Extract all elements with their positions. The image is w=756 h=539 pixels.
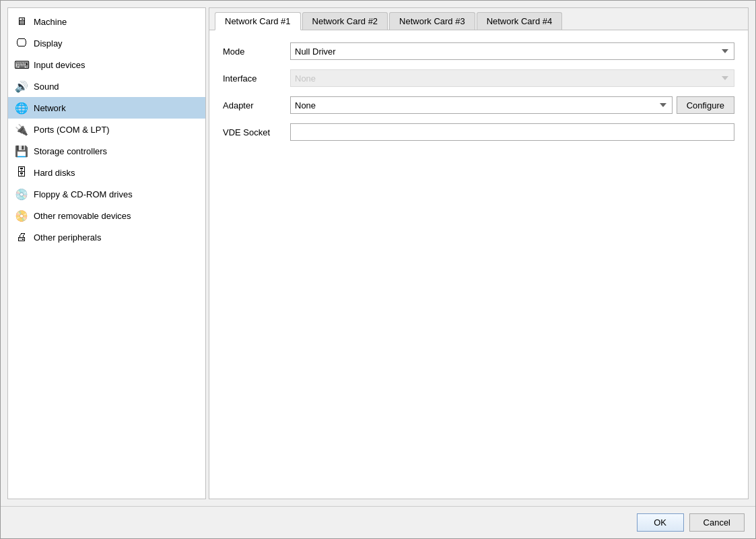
configure-button[interactable]: Configure	[677, 96, 734, 114]
sidebar-item-hard-disks[interactable]: 🗄Hard disks	[8, 162, 205, 183]
mode-row: Mode Null DriverNATBridged AdapterIntern…	[223, 42, 734, 60]
sidebar-item-floppy-cdrom[interactable]: 💿Floppy & CD-ROM drives	[8, 183, 205, 205]
mode-control-wrap: Null DriverNATBridged AdapterInternal Ne…	[290, 42, 734, 60]
adapter-label: Adapter	[223, 100, 283, 110]
settings-dialog: 🖥Machine🖵Display⌨Input devices🔊Sound🌐Net…	[0, 0, 756, 539]
sidebar-item-label-network: Network	[34, 103, 66, 113]
sidebar-item-removable[interactable]: 📀Other removable devices	[8, 205, 205, 226]
sound-icon: 🔊	[15, 80, 28, 93]
sidebar-item-storage-controllers[interactable]: 💾Storage controllers	[8, 140, 205, 162]
sidebar-item-label-hard-disks: Hard disks	[34, 168, 75, 178]
interface-label: Interface	[223, 73, 283, 84]
sidebar-item-label-storage-controllers: Storage controllers	[34, 146, 107, 156]
input-devices-icon: ⌨	[15, 58, 28, 71]
sidebar-item-ports[interactable]: 🔌Ports (COM & LPT)	[8, 119, 205, 140]
interface-control-wrap: None	[290, 69, 734, 87]
floppy-cdrom-icon: 💿	[15, 187, 28, 201]
tabs-bar: Network Card #1Network Card #2Network Ca…	[209, 8, 748, 30]
sidebar-item-label-peripherals: Other peripherals	[34, 232, 101, 243]
display-icon: 🖵	[15, 36, 28, 50]
ports-icon: 🔌	[15, 123, 28, 136]
machine-icon: 🖥	[15, 15, 28, 28]
sidebar-item-label-removable: Other removable devices	[34, 211, 131, 221]
vdesocket-row: VDE Socket	[223, 123, 734, 141]
sidebar-item-label-floppy-cdrom: Floppy & CD-ROM drives	[34, 189, 133, 199]
sidebar-item-label-machine: Machine	[34, 17, 67, 27]
tab-card2[interactable]: Network Card #2	[302, 12, 388, 30]
tab-card4[interactable]: Network Card #4	[477, 12, 563, 30]
vdesocket-label: VDE Socket	[223, 127, 283, 137]
interface-select[interactable]: None	[290, 69, 734, 87]
sidebar-item-label-input-devices: Input devices	[34, 60, 85, 70]
vdesocket-input[interactable]	[290, 123, 734, 141]
tab-card3[interactable]: Network Card #3	[389, 12, 475, 30]
sidebar-item-input-devices[interactable]: ⌨Input devices	[8, 54, 205, 75]
vdesocket-control-wrap	[290, 123, 734, 141]
dialog-body: 🖥Machine🖵Display⌨Input devices🔊Sound🌐Net…	[1, 1, 755, 506]
network-icon: 🌐	[15, 101, 28, 115]
adapter-control-wrap: None Configure	[290, 96, 734, 114]
sidebar-item-label-display: Display	[34, 38, 63, 49]
sidebar-item-machine[interactable]: 🖥Machine	[8, 11, 205, 32]
removable-icon: 📀	[15, 209, 28, 222]
sidebar-item-peripherals[interactable]: 🖨Other peripherals	[8, 226, 205, 248]
interface-row: Interface None	[223, 69, 734, 87]
sidebar-item-display[interactable]: 🖵Display	[8, 32, 205, 54]
adapter-row: Adapter None Configure	[223, 96, 734, 114]
mode-select[interactable]: Null DriverNATBridged AdapterInternal Ne…	[290, 42, 734, 60]
mode-label: Mode	[223, 46, 283, 57]
storage-controllers-icon: 💾	[15, 144, 28, 158]
cancel-button[interactable]: Cancel	[689, 513, 745, 532]
sidebar-item-sound[interactable]: 🔊Sound	[8, 75, 205, 97]
hard-disks-icon: 🗄	[15, 166, 28, 179]
dialog-footer: OK Cancel	[1, 506, 755, 538]
peripherals-icon: 🖨	[15, 230, 28, 244]
sidebar-item-label-sound: Sound	[34, 82, 59, 92]
ok-button[interactable]: OK	[637, 513, 684, 532]
tab-card1[interactable]: Network Card #1	[215, 12, 301, 30]
adapter-select[interactable]: None	[290, 96, 673, 114]
sidebar: 🖥Machine🖵Display⌨Input devices🔊Sound🌐Net…	[7, 7, 206, 499]
sidebar-item-label-ports: Ports (COM & LPT)	[34, 125, 110, 135]
main-content: Network Card #1Network Card #2Network Ca…	[209, 7, 749, 499]
form-area: Mode Null DriverNATBridged AdapterIntern…	[209, 30, 748, 153]
sidebar-item-network[interactable]: 🌐Network	[8, 97, 205, 119]
